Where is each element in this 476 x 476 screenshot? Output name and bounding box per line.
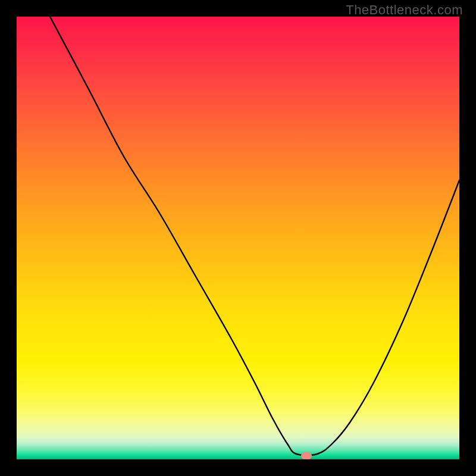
optimum-marker [301, 452, 312, 459]
plot-area [17, 17, 459, 459]
chart-container: TheBottleneck.com [0, 0, 476, 476]
bottleneck-curve [17, 17, 459, 459]
watermark-text: TheBottleneck.com [346, 2, 463, 18]
